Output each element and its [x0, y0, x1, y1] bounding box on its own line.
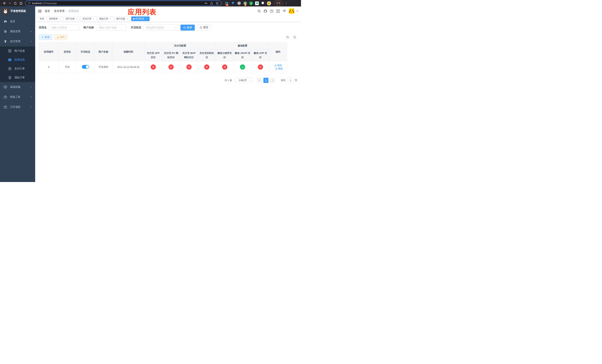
- sidebar-item-label: 系统管理: [10, 30, 20, 33]
- url-bar[interactable]: localhost:1024/pay/app: [25, 0, 221, 6]
- extensions-puzzle-icon[interactable]: [261, 1, 265, 5]
- site-info-icon[interactable]: [28, 2, 31, 5]
- table-toolbar: 新增 导出: [39, 34, 297, 40]
- chrome-menu-icon[interactable]: [285, 2, 287, 5]
- chevron-down-icon: [30, 96, 32, 98]
- yen-circle-icon: [8, 67, 11, 70]
- sidebar-item-system[interactable]: 系统管理: [0, 26, 35, 36]
- breadcrumb-current: 应用信息: [68, 10, 79, 13]
- extension-y-icon[interactable]: y: [249, 1, 253, 5]
- user-avatar[interactable]: [289, 8, 294, 14]
- col-wx-jsapi: 微信 JSAPI 支付: [234, 49, 252, 61]
- status-fail-icon: [204, 64, 209, 70]
- sidebar-item-workflow[interactable]: 工作流程: [0, 102, 35, 112]
- col-alipay-wap: 支付宝 WAP 网站支付: [180, 49, 198, 61]
- browser-back-button[interactable]: [2, 1, 7, 6]
- sidebar-item-app-info[interactable]: 应用信息: [0, 55, 35, 64]
- sidebar-item-payment[interactable]: ¥ 支付管理: [0, 36, 35, 46]
- status-fail-icon: [186, 64, 192, 70]
- tab-merchant-info[interactable]: 商户信息×: [114, 16, 130, 21]
- storefront-icon: [8, 49, 11, 53]
- app-name-input[interactable]: [49, 25, 79, 31]
- tab-refund-order[interactable]: 退款订单×: [97, 16, 113, 21]
- tab-process-form[interactable]: 流程表单×: [47, 16, 63, 21]
- chevron-down-icon: [30, 86, 32, 88]
- close-icon[interactable]: ×: [75, 18, 78, 20]
- chrome-update-button[interactable]: 更新: [274, 1, 283, 6]
- close-icon[interactable]: ×: [59, 18, 61, 20]
- export-button[interactable]: 导出: [54, 34, 67, 40]
- extension-command-icon[interactable]: ⌘: [237, 1, 241, 5]
- prev-page-button[interactable]: [257, 78, 262, 83]
- user-menu-caret-icon[interactable]: [296, 11, 298, 12]
- password-key-icon[interactable]: [204, 2, 208, 5]
- extension-kite-icon[interactable]: [231, 1, 235, 5]
- document-icon: [8, 76, 11, 79]
- tab-user-group[interactable]: 用户分组×: [64, 16, 80, 21]
- bookmark-star-icon[interactable]: [216, 2, 219, 5]
- merchant-name-input[interactable]: [96, 25, 127, 31]
- browser-forward-button[interactable]: [7, 1, 12, 6]
- tab-pay-order[interactable]: 支付订单×: [81, 16, 97, 21]
- pagination: 共 1 条 1 前往: [39, 78, 297, 83]
- extension-grid-icon[interactable]: 10: [225, 1, 229, 5]
- delete-link[interactable]: 删除: [275, 67, 283, 70]
- github-icon[interactable]: [264, 10, 267, 13]
- help-icon[interactable]: [270, 10, 273, 13]
- status-label: 开启状态: [131, 26, 141, 29]
- monitor-chart-icon: [4, 85, 7, 89]
- browser-profile-avatar[interactable]: [267, 1, 271, 5]
- tab-app-info[interactable]: 应用信息×: [131, 16, 150, 21]
- edit-link[interactable]: 修改: [274, 64, 282, 67]
- browser-reload-button[interactable]: [13, 1, 18, 6]
- header-search-icon[interactable]: [257, 10, 261, 13]
- sidebar-collapse-icon[interactable]: [38, 9, 42, 13]
- reset-button[interactable]: 重置: [197, 25, 211, 31]
- breadcrumb-home[interactable]: 首页: [45, 10, 50, 13]
- sidebar-item-merchant-info[interactable]: 商户信息: [0, 46, 35, 55]
- sidebar-item-label: 研发工具: [10, 95, 20, 99]
- active-dot: [133, 18, 135, 20]
- status-select[interactable]: [143, 25, 178, 31]
- next-page-button[interactable]: [270, 78, 275, 83]
- show-search-toggle-icon[interactable]: [285, 35, 290, 40]
- extension-camera-icon[interactable]: 1: [243, 1, 247, 5]
- chevron-up-icon: [30, 40, 32, 43]
- extensions-row: 10 ⌘ 1 y: [225, 1, 271, 5]
- fullscreen-icon[interactable]: [276, 10, 280, 13]
- sidebar-item-label: 基础设施: [10, 85, 20, 89]
- table-row: 6 芋道 芋道源码 2021-10-23 08:49:25: [39, 61, 287, 73]
- extension-chat-icon[interactable]: [255, 1, 259, 5]
- close-icon[interactable]: ×: [92, 18, 95, 20]
- browser-home-button[interactable]: [19, 1, 23, 6]
- goto-label: 前往: [281, 79, 286, 82]
- sidebar-item-home[interactable]: 首页: [0, 16, 35, 26]
- cell-merchant: 芋道源码: [95, 61, 112, 73]
- url-text: localhost:1024/pay/app: [32, 2, 57, 5]
- add-button[interactable]: 新增: [39, 34, 52, 40]
- sidebar-item-label: 商户信息: [14, 49, 25, 53]
- sidebar-item-refund-orders[interactable]: 退款订单: [0, 73, 35, 82]
- status-fail-icon: [222, 64, 227, 70]
- svg-text:⌘: ⌘: [238, 2, 240, 5]
- sidebar-item-pay-orders[interactable]: 支付订单: [0, 64, 35, 73]
- close-icon[interactable]: ×: [126, 18, 129, 20]
- search-button[interactable]: 搜索: [181, 25, 195, 31]
- app-logo[interactable]: 芋道管理系统: [0, 7, 35, 16]
- sidebar-item-label: 支付订单: [14, 67, 25, 70]
- page-number-1[interactable]: 1: [263, 78, 269, 83]
- extension-badge: 1: [245, 4, 246, 6]
- refresh-table-icon[interactable]: [292, 35, 297, 40]
- logo-rabbit-image: [2, 8, 9, 14]
- close-icon[interactable]: ×: [109, 18, 112, 20]
- tab-home[interactable]: 首页: [38, 16, 46, 21]
- status-toggle[interactable]: [82, 65, 89, 69]
- cell-app-name: 芋道: [58, 61, 76, 73]
- font-size-icon[interactable]: TT: [282, 10, 286, 13]
- sidebar-item-dev-tools[interactable]: 研发工具: [0, 92, 35, 102]
- goto-page-input[interactable]: [287, 78, 293, 83]
- share-icon[interactable]: [210, 2, 213, 5]
- breadcrumb-payment[interactable]: 支付管理: [54, 10, 64, 13]
- sidebar-item-infrastructure[interactable]: 基础设施: [0, 82, 35, 92]
- close-icon[interactable]: ×: [145, 18, 148, 20]
